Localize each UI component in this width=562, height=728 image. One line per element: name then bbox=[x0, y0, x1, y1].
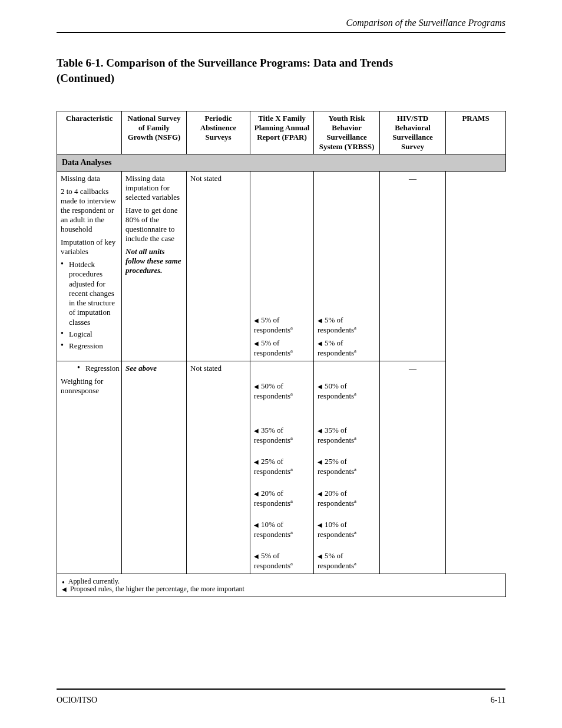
triangle-icon: 35% of respondentsa bbox=[318, 426, 376, 445]
bullet-icon: Hotdeck procedures adjusted for recent c… bbox=[61, 260, 118, 327]
bullet-icon: Regression bbox=[61, 341, 118, 351]
cell-text: 2 to 4 callbacks made to interview the r… bbox=[61, 187, 118, 234]
triangle-icon: 5% of respondentsa bbox=[318, 551, 376, 571]
footnotes-cell: Applied currently. Proposed rules, the h… bbox=[57, 574, 506, 597]
cell-text: Weighting for nonresponse bbox=[61, 377, 118, 396]
col-fpar: Title X Family Planning Annual Report (F… bbox=[250, 111, 314, 154]
bullet-icon: Regression bbox=[77, 364, 118, 373]
triangle-text: 5% of respondents bbox=[254, 338, 290, 357]
cell-note-bold: See above bbox=[125, 364, 183, 373]
footnote-ref-a: a bbox=[290, 391, 293, 397]
triangle-text: 5% of respondents bbox=[318, 315, 354, 334]
triangle-text: 50% of respondents bbox=[254, 381, 290, 400]
triangle-icon: 25% of respondentsa bbox=[254, 457, 310, 476]
bullet-icon: Logical bbox=[61, 330, 118, 339]
bullet-text: Hotdeck procedures adjusted for recent c… bbox=[69, 260, 115, 327]
triangle-text: 5% of respondents bbox=[254, 551, 290, 570]
triangle-icon: 50% of respondentsa bbox=[318, 381, 376, 401]
triangle-text: 10% of respondents bbox=[318, 520, 354, 539]
bullet-icon bbox=[62, 578, 65, 585]
footnote-ref-a: a bbox=[354, 498, 356, 504]
footnote-ref-a: a bbox=[354, 466, 356, 472]
cell-label-missing-data: Missing data 2 to 4 callbacks made to in… bbox=[57, 172, 122, 361]
footnote-ref-a: a bbox=[290, 529, 293, 535]
header-rule bbox=[57, 32, 505, 33]
col-hiv-std: HIV/STD Behavioral Surveillance Survey bbox=[380, 111, 446, 154]
triangle-icon: 10% of respondentsa bbox=[318, 520, 376, 539]
cell-yrbss: 50% of respondentsa 35% of respondentsa … bbox=[314, 361, 380, 574]
cell-prams: — bbox=[380, 361, 446, 574]
footnote-ref-a: a bbox=[290, 466, 293, 472]
footnote-ref-a: a bbox=[354, 391, 356, 397]
cell-note-bold: Not all units follow these same procedur… bbox=[125, 247, 183, 275]
title-line-1: Table 6-1. Comparison of the Surveillanc… bbox=[57, 57, 505, 70]
triangle-text: 20% of respondents bbox=[254, 489, 290, 508]
footnotes-row: Applied currently. Proposed rules, the h… bbox=[57, 574, 506, 597]
footnote-text: Proposed rules, the higher the percentag… bbox=[70, 585, 244, 593]
footer-right: 6-11 bbox=[491, 696, 505, 705]
footnote-ref-a: a bbox=[354, 561, 356, 566]
footnote-ref-a: a bbox=[354, 529, 356, 535]
footnote-ref-a: a bbox=[290, 325, 293, 331]
footnote-ref-a: a bbox=[354, 348, 356, 354]
triangle-text: 5% of respondents bbox=[254, 315, 290, 334]
footer-left: OCIO/ITSO bbox=[57, 696, 97, 705]
triangle-icon: 20% of respondentsa bbox=[318, 489, 376, 508]
footnote-ref-a: a bbox=[290, 435, 293, 441]
table-header-row: Characteristic National Survey of Family… bbox=[57, 111, 506, 154]
cell-fpar: 50% of respondentsa 35% of respondentsa … bbox=[250, 361, 314, 574]
triangle-icon: 20% of respondentsa bbox=[254, 489, 310, 508]
footnote-ref-a: a bbox=[354, 435, 356, 441]
section-row-data-analyses: Data Analyses bbox=[57, 154, 506, 172]
triangle-text: 50% of respondents bbox=[318, 381, 354, 400]
triangle-icon: 5% of respondentsa bbox=[254, 315, 310, 335]
page-footer: OCIO/ITSO 6-11 bbox=[57, 696, 505, 705]
footnote-ref-a: a bbox=[290, 348, 293, 354]
cell-abstinence: Not stated bbox=[187, 172, 250, 361]
col-abstinence: Periodic Abstinence Surveys bbox=[187, 111, 250, 154]
cell-nsfg: See above bbox=[122, 361, 187, 574]
triangle-text: 25% of respondents bbox=[318, 457, 354, 476]
triangle-icon: 5% of respondentsa bbox=[254, 338, 310, 358]
footnote-ref-a: a bbox=[290, 498, 293, 504]
bullet-text: Regression bbox=[69, 341, 103, 350]
row-missing-data: Missing data 2 to 4 callbacks made to in… bbox=[57, 172, 506, 361]
footnote-ref-a: a bbox=[354, 325, 356, 331]
row-label: Missing data bbox=[61, 174, 118, 183]
col-nsfg: National Survey of Family Growth (NSFG) bbox=[122, 111, 187, 154]
footer-rule bbox=[57, 689, 505, 690]
triangle-icon: 5% of respondentsa bbox=[318, 338, 376, 358]
cell-yrbss: 5% of respondentsa 5% of respondentsa bbox=[314, 172, 380, 361]
cell-prams: — bbox=[380, 172, 446, 361]
col-characteristic: Characteristic bbox=[57, 111, 122, 154]
cell-nsfg: Missing data imputation for selected var… bbox=[122, 172, 187, 361]
triangle-text: 35% of respondents bbox=[254, 426, 290, 444]
triangle-icon: 50% of respondentsa bbox=[254, 381, 310, 401]
title-line-2: (Continued) bbox=[57, 72, 505, 85]
footnote-bullet-line: Applied currently. bbox=[62, 578, 501, 585]
triangle-text: 20% of respondents bbox=[318, 489, 354, 508]
comparison-table: Characteristic National Survey of Family… bbox=[57, 111, 506, 597]
bullet-list-nested: Regression bbox=[77, 364, 118, 373]
footnote-triangle-line: Proposed rules, the higher the percentag… bbox=[62, 585, 501, 593]
triangle-icon: 10% of respondentsa bbox=[254, 520, 310, 539]
row-regression-weighting: Regression Weighting for nonresponse See… bbox=[57, 361, 506, 574]
triangle-icon: 5% of respondentsa bbox=[318, 315, 376, 335]
triangle-text: 5% of respondents bbox=[318, 551, 354, 570]
triangle-text: 10% of respondents bbox=[254, 520, 290, 539]
triangle-text: 5% of respondents bbox=[318, 338, 354, 357]
cell-text: Imputation of key variables bbox=[61, 238, 118, 256]
col-yrbss: Youth Risk Behavior Surveillance System … bbox=[314, 111, 380, 154]
cell-text: Missing data imputation for selected var… bbox=[125, 174, 183, 202]
bullet-text: Regression bbox=[85, 364, 120, 373]
section-label: Data Analyses bbox=[57, 154, 506, 172]
page-header-right: Comparison of the Surveillance Programs bbox=[346, 18, 506, 28]
cell-text: Have to get done 80% of the questionnair… bbox=[125, 206, 183, 243]
triangle-icon: 35% of respondentsa bbox=[254, 426, 310, 445]
cell-label-regression: Regression Weighting for nonresponse bbox=[57, 361, 122, 574]
footnote-ref-a: a bbox=[290, 561, 293, 566]
table-title: Table 6-1. Comparison of the Surveillanc… bbox=[57, 57, 505, 85]
triangle-icon: 5% of respondentsa bbox=[254, 551, 310, 571]
triangle-icon bbox=[62, 585, 67, 593]
triangle-icon: 25% of respondentsa bbox=[318, 457, 376, 476]
